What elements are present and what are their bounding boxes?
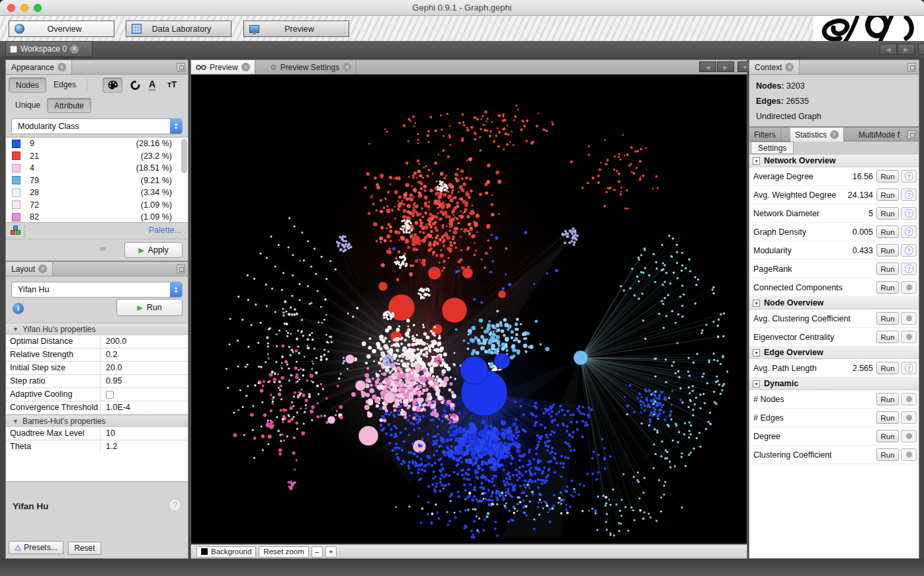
property-value[interactable]: 1.2 [101, 440, 188, 453]
run-button[interactable]: Run [876, 207, 899, 220]
preview-graph-canvas[interactable] [191, 75, 747, 544]
reset-button[interactable]: Reset [68, 542, 101, 555]
blocks-icon[interactable] [11, 226, 21, 235]
maximize-icon[interactable] [907, 63, 916, 71]
statistics-section-header[interactable]: ▾Network Overview [749, 155, 919, 167]
nodes-tab[interactable]: Nodes [9, 77, 46, 93]
help-button-disabled[interactable] [901, 448, 917, 461]
workspace-tab[interactable]: Workspace 0 × [5, 41, 93, 57]
run-button[interactable]: Run [876, 188, 899, 201]
help-button[interactable]: ? [901, 170, 917, 183]
run-button[interactable]: Run [876, 312, 899, 325]
close-icon[interactable]: × [785, 63, 794, 71]
modularity-class-row[interactable]: 4(18.51 %) [6, 162, 188, 175]
close-icon[interactable]: × [38, 265, 47, 273]
run-button[interactable]: Run [876, 430, 899, 442]
statistics-section-header[interactable]: ▾Node Overview [749, 297, 919, 309]
color-mode-button[interactable] [103, 77, 122, 93]
property-section-header[interactable]: ▼Barnes-Hut's properties [6, 415, 188, 427]
collapse-icon[interactable]: ▾ [753, 300, 760, 307]
zoom-out-button[interactable]: – [312, 546, 323, 557]
run-button[interactable]: Run [876, 411, 899, 424]
close-icon[interactable]: × [343, 63, 351, 71]
ranking-mode-button[interactable] [129, 79, 142, 94]
reset-zoom-button[interactable]: Reset zoom [259, 546, 308, 557]
run-button[interactable]: Run [876, 331, 899, 343]
help-button-disabled[interactable] [901, 411, 917, 424]
edges-tab[interactable]: Edges [47, 77, 83, 93]
property-value[interactable]: 20.0 [101, 362, 188, 374]
run-button[interactable]: Run [876, 226, 899, 238]
layout-tab[interactable]: Layout × [6, 262, 53, 276]
maximize-icon[interactable] [177, 265, 185, 273]
label-size-button[interactable]: ᴛT [167, 79, 177, 89]
property-value[interactable]: 1.0E-4 [101, 401, 188, 414]
class-color-swatch[interactable] [12, 164, 21, 173]
help-button[interactable]: ? [901, 244, 917, 257]
collapse-icon[interactable]: ▾ [753, 157, 760, 165]
zoom-in-button[interactable]: + [325, 546, 337, 557]
property-value[interactable] [101, 388, 188, 401]
maximize-icon[interactable] [177, 63, 185, 71]
preview-tab[interactable]: Preview × [191, 60, 255, 74]
layout-run-button[interactable]: ▶ Run [116, 299, 183, 316]
help-button[interactable]: ? [901, 188, 917, 201]
modularity-class-row[interactable]: 72(1.09 %) [6, 199, 188, 212]
run-button[interactable]: Run [876, 448, 899, 461]
help-button[interactable]: ? [901, 362, 917, 374]
attribute-tab[interactable]: Attribute [47, 98, 91, 113]
next-workspace-arrow[interactable]: ▶ [898, 44, 915, 55]
help-icon[interactable]: ? [169, 499, 181, 511]
appearance-tab[interactable]: Appearance × [6, 60, 72, 74]
help-button-disabled[interactable] [901, 393, 917, 405]
help-button-disabled[interactable] [901, 281, 917, 294]
run-button[interactable]: Run [876, 362, 899, 374]
class-color-swatch[interactable] [12, 140, 21, 148]
preview-settings-tab[interactable]: ⚙ Preview Settings × [265, 60, 357, 74]
apply-button[interactable]: ▶ Apply [124, 242, 183, 258]
overview-button[interactable]: Overview [9, 21, 114, 37]
palette-link[interactable]: Palette... [149, 226, 181, 235]
help-button-disabled[interactable] [901, 430, 917, 442]
statistics-section-header[interactable]: ▾Dynamic [749, 378, 919, 390]
run-button[interactable]: Run [876, 170, 899, 183]
workspace-dropdown-arrow[interactable]: ▼ [918, 44, 924, 55]
modularity-class-row[interactable]: 82(1.09 %) [6, 211, 188, 223]
background-color-button[interactable]: Background [196, 546, 256, 557]
class-color-swatch[interactable] [12, 200, 21, 209]
adaptive-cooling-checkbox[interactable] [106, 391, 114, 399]
property-section-header[interactable]: ▼Yifan Hu's properties [6, 323, 188, 335]
property-value[interactable]: 200.0 [101, 335, 188, 348]
link-icon[interactable]: ∞ [100, 243, 106, 253]
close-icon[interactable]: × [70, 45, 79, 54]
context-tab[interactable]: Context × [749, 60, 800, 74]
next-tab-arrow[interactable]: ▶ [717, 62, 734, 72]
statistics-tab[interactable]: Statistics × [790, 128, 844, 142]
info-icon[interactable]: i [13, 303, 24, 314]
modularity-class-row[interactable]: 21(23.2 %) [6, 150, 188, 163]
class-color-swatch[interactable] [12, 213, 21, 222]
property-value[interactable]: 0.2 [101, 349, 188, 361]
modularity-class-row[interactable]: 28(3.34 %) [6, 186, 188, 199]
run-button[interactable]: Run [876, 393, 899, 405]
close-icon[interactable]: × [830, 130, 839, 139]
collapse-icon[interactable]: ▾ [753, 349, 760, 356]
help-button-disabled[interactable] [901, 331, 917, 343]
close-icon[interactable]: × [241, 63, 250, 71]
help-button-disabled[interactable] [901, 312, 917, 325]
settings-button[interactable]: Settings [751, 142, 794, 154]
filters-tab[interactable]: Filters [749, 128, 781, 142]
unique-tab[interactable]: Unique [9, 98, 47, 113]
scrollbar[interactable] [181, 139, 187, 173]
modularity-class-row[interactable]: 9(28.16 %) [6, 138, 188, 150]
run-button[interactable]: Run [876, 244, 899, 257]
class-color-swatch[interactable] [12, 188, 21, 197]
help-button[interactable]: ? [901, 263, 917, 275]
prev-workspace-arrow[interactable]: ◀ [880, 44, 897, 55]
run-button[interactable]: Run [876, 281, 899, 294]
statistics-section-header[interactable]: ▾Edge Overview [749, 347, 919, 359]
class-color-swatch[interactable] [12, 176, 21, 185]
attribute-select[interactable]: Modularity Class ▲▼ [11, 118, 183, 134]
presets-button[interactable]: Presets... [9, 541, 63, 554]
class-color-swatch[interactable] [12, 151, 21, 160]
